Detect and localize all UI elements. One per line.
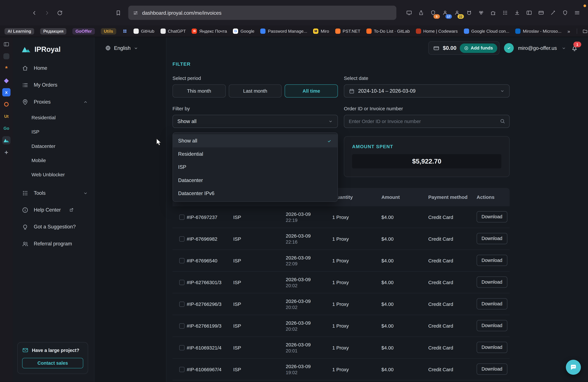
puzzle-icon[interactable] bbox=[488, 8, 498, 18]
bookmark-item[interactable]: Home | Codewars bbox=[416, 28, 458, 34]
pinned-app-2[interactable]: * bbox=[2, 64, 11, 73]
row-checkbox[interactable] bbox=[179, 280, 184, 285]
sidebar-item-datacenter[interactable]: Datacenter bbox=[13, 139, 94, 153]
profile-badge-22-icon[interactable]: 22 bbox=[452, 8, 462, 18]
bookmark-chip-gooffer[interactable]: GoOffer bbox=[73, 28, 95, 34]
bookmark-item[interactable]: Miroslav - Microso... bbox=[515, 28, 561, 34]
sidebar-item-proxies[interactable]: Proxies bbox=[13, 93, 94, 110]
row-checkbox[interactable] bbox=[179, 367, 184, 372]
keypad-icon[interactable] bbox=[500, 8, 510, 18]
sidebar-item-got-a-suggestion[interactable]: Got a Suggestion? bbox=[13, 218, 94, 235]
back-button[interactable] bbox=[28, 7, 40, 19]
bookmark-item[interactable]: GitHub bbox=[133, 28, 154, 34]
download-button[interactable]: Download bbox=[477, 233, 507, 244]
sidebar-item-help-center[interactable]: Help Center bbox=[13, 201, 94, 218]
bookmark-chip-ai-learning[interactable]: AI Learning bbox=[5, 28, 34, 34]
sidebar-item-my-orders[interactable]: My Orders bbox=[13, 76, 94, 93]
iproyal-logo[interactable]: IPRoyal bbox=[13, 37, 94, 60]
order-quantity: 1 Proxy bbox=[332, 258, 349, 263]
bookmark-item[interactable]: To-Do List · GitLab bbox=[366, 28, 410, 34]
row-checkbox[interactable] bbox=[179, 345, 184, 350]
row-checkbox[interactable] bbox=[179, 258, 184, 263]
period-button-all-time[interactable]: All time bbox=[285, 85, 338, 98]
date-range-select[interactable]: 2024-10-14 – 2026-03-09 bbox=[344, 85, 510, 98]
account-chevron-icon[interactable] bbox=[561, 45, 566, 50]
sidebar-item-home[interactable]: Home bbox=[13, 60, 94, 76]
row-checkbox[interactable] bbox=[179, 236, 184, 241]
screen-share-icon[interactable] bbox=[404, 8, 414, 18]
extension-rings-icon[interactable] bbox=[476, 8, 486, 18]
sidebar-item-mobile[interactable]: Mobile bbox=[13, 153, 94, 167]
filter-option-isp[interactable]: ISP bbox=[173, 161, 337, 174]
sidebar-item-referral-program[interactable]: Referral program bbox=[13, 235, 94, 252]
bookmark-item[interactable]: PST.NET bbox=[335, 28, 360, 34]
row-checkbox[interactable] bbox=[179, 301, 184, 307]
adblock-icon[interactable]: 5 bbox=[428, 8, 438, 18]
filter-by-select[interactable]: Show all bbox=[172, 115, 338, 128]
profile-badge-17-icon[interactable]: 17 bbox=[440, 8, 450, 18]
all-bookmarks-folder[interactable]: Все закладки bbox=[577, 28, 588, 34]
bookmark-flag-icon[interactable] bbox=[113, 7, 124, 19]
download-button[interactable]: Download bbox=[477, 298, 507, 309]
download-button[interactable]: Download bbox=[477, 342, 507, 353]
pinned-app-1[interactable] bbox=[2, 52, 11, 61]
order-search-input[interactable] bbox=[344, 115, 510, 128]
sidebar-item-isp[interactable]: ISP bbox=[13, 125, 94, 139]
download-button[interactable]: Download bbox=[477, 363, 507, 375]
pinned-app-iproyal[interactable] bbox=[2, 136, 11, 145]
download-button[interactable]: Download bbox=[477, 211, 507, 223]
filter-option-datacenter[interactable]: Datacenter bbox=[173, 174, 337, 187]
bookmark-item[interactable]: ChatGPT bbox=[160, 28, 186, 34]
notifications-bell[interactable]: 1 bbox=[571, 44, 578, 52]
row-checkbox[interactable] bbox=[179, 323, 184, 328]
bookmarks-overflow-chevron[interactable]: » bbox=[567, 28, 570, 34]
row-checkbox[interactable] bbox=[179, 214, 184, 220]
pinned-app-5[interactable] bbox=[2, 100, 11, 108]
contact-sales-button[interactable]: Contact sales bbox=[22, 358, 83, 368]
menu-icon[interactable] bbox=[572, 8, 582, 18]
chevron-up-icon bbox=[83, 99, 88, 105]
language-selector[interactable]: English bbox=[105, 45, 139, 51]
filter-option-show-all[interactable]: Show all bbox=[173, 134, 337, 147]
period-button-this-month[interactable]: This month bbox=[172, 85, 226, 98]
bookmark-item[interactable]: ЯЯндекс Почта bbox=[192, 28, 227, 34]
bookmark-item[interactable]: Password Manage... bbox=[260, 28, 307, 34]
wallet-icon[interactable] bbox=[536, 8, 546, 18]
wand-icon[interactable] bbox=[548, 8, 558, 18]
reload-button[interactable] bbox=[54, 7, 65, 19]
bookmark-item[interactable]: Google Cloud con... bbox=[464, 28, 509, 34]
bookmark-item[interactable]: GGoogle bbox=[233, 28, 254, 34]
download-button[interactable]: Download bbox=[477, 320, 507, 331]
forward-button[interactable] bbox=[41, 7, 53, 19]
address-bar[interactable]: dashboard.iproyal.com/me/invoices bbox=[128, 5, 397, 20]
pinned-app-6[interactable]: Ut bbox=[2, 112, 11, 120]
download-icon[interactable] bbox=[512, 8, 522, 18]
add-funds-button[interactable]: Add funds bbox=[460, 43, 497, 53]
download-button[interactable]: Download bbox=[477, 255, 507, 266]
pinned-app-4[interactable]: X bbox=[2, 88, 11, 97]
extension-cat-icon[interactable] bbox=[464, 8, 474, 18]
pinned-app-3[interactable]: ◆ bbox=[2, 76, 11, 85]
bookmark-chip-utils[interactable]: Utils bbox=[101, 28, 116, 34]
share-icon[interactable] bbox=[416, 8, 426, 18]
period-button-last-month[interactable]: Last month bbox=[229, 85, 282, 98]
chat-widget-button[interactable] bbox=[566, 360, 581, 375]
bookmarks-grid-icon[interactable] bbox=[122, 28, 127, 34]
shield-icon[interactable] bbox=[560, 8, 570, 18]
sidebar-item-tools[interactable]: Tools bbox=[13, 185, 94, 201]
new-tab-button[interactable]: + bbox=[2, 148, 11, 156]
account-email[interactable]: miro@go-offer.us bbox=[518, 45, 557, 51]
browser-sidebar-toggle-icon[interactable] bbox=[2, 40, 11, 48]
bookmark-chip-item[interactable]: Редакция bbox=[40, 28, 66, 34]
panel-toggle-icon[interactable] bbox=[524, 8, 534, 18]
filter-option-residential[interactable]: Residential bbox=[173, 147, 337, 160]
account-avatar[interactable] bbox=[504, 43, 514, 53]
sidebar-item-web-unblocker[interactable]: Web Unblocker bbox=[13, 167, 94, 182]
download-button[interactable]: Download bbox=[477, 276, 507, 288]
pinned-app-7[interactable]: Go bbox=[2, 124, 11, 132]
site-permissions-icon[interactable] bbox=[133, 10, 138, 16]
sidebar-item-residential[interactable]: Residential bbox=[13, 110, 94, 125]
filter-option-datacenter-ipv6[interactable]: Datacenter IPv6 bbox=[173, 187, 337, 200]
order-type: ISP bbox=[233, 345, 241, 350]
bookmark-item[interactable]: MMiro bbox=[313, 28, 329, 34]
